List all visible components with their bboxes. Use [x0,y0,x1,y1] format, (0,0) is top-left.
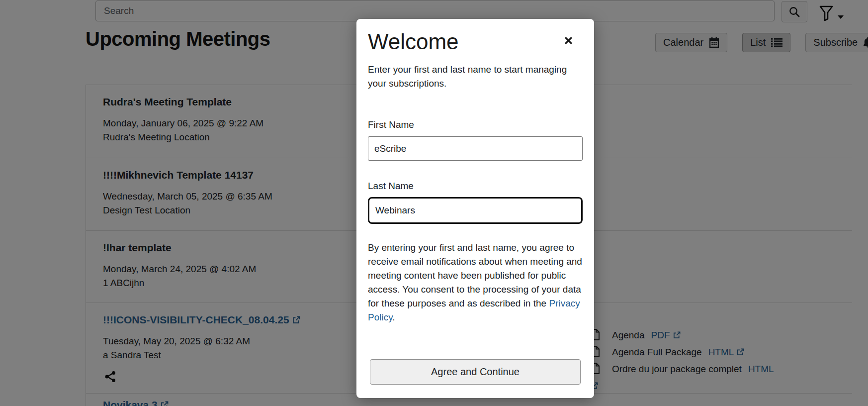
close-button[interactable] [563,35,574,46]
close-icon [565,37,572,44]
page: Upcoming Meetings Calendar List [0,0,868,406]
agree-and-continue-button[interactable]: Agree and Continue [370,359,581,385]
consent-text: By entering your first and last name, yo… [368,241,583,324]
modal-subtitle: Enter your first and last name to start … [368,63,583,91]
last-name-label: Last Name [368,181,583,192]
modal-title: Welcome [368,29,583,55]
consent-text-after: . [392,312,395,322]
last-name-field[interactable] [368,197,583,224]
first-name-field[interactable] [368,136,583,161]
welcome-modal: Welcome Enter your first and last name t… [356,19,594,398]
first-name-label: First Name [368,119,583,130]
